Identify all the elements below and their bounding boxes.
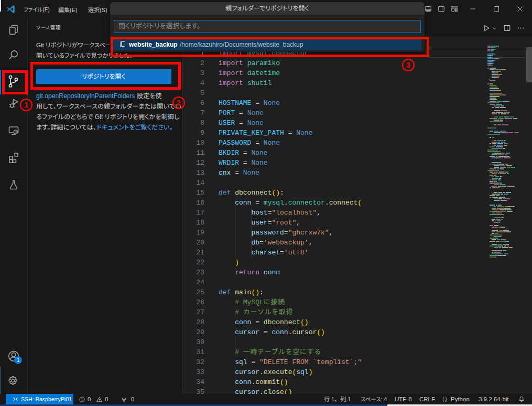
svg-text:1: 1	[24, 101, 28, 109]
svg-text:3: 3	[406, 61, 410, 69]
svg-text:2: 2	[177, 99, 181, 107]
